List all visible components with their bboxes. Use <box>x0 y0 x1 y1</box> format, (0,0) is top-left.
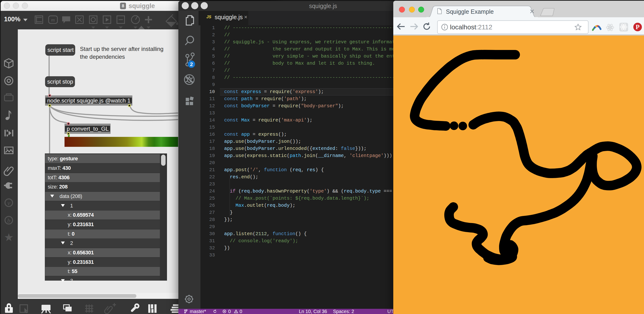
svg-text:b: b <box>7 217 10 224</box>
svg-text:★: ★ <box>4 231 14 243</box>
svg-text:v: v <box>7 200 10 206</box>
svg-text:m: m <box>51 17 55 23</box>
